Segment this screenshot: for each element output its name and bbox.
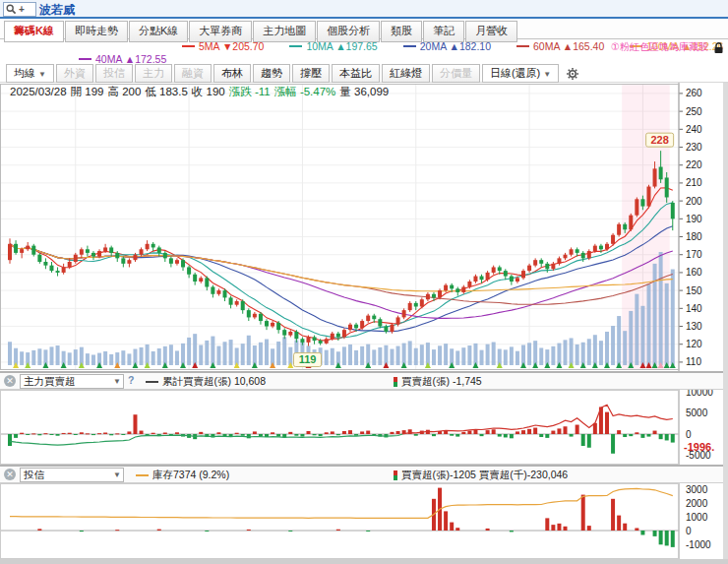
svg-text:240: 240	[686, 124, 702, 135]
ohlc-date: 2025/03/28	[10, 86, 67, 97]
chevron-down-icon: ▼	[38, 70, 46, 79]
svg-text:0: 0	[686, 526, 692, 536]
help-icon[interactable]: ?	[128, 374, 134, 386]
svg-text:210: 210	[686, 177, 702, 188]
toolbar-button-4[interactable]: 主力	[135, 64, 172, 83]
panel3-bar-legend: 買賣超(張)-1205 買賣超(千)-230,046	[394, 469, 568, 482]
close-icon[interactable]: ✕	[4, 375, 16, 387]
stock-name-title: 波若威	[39, 2, 75, 19]
svg-text:3000: 3000	[686, 484, 708, 495]
svg-text:130: 130	[686, 321, 702, 332]
top-header-bar: + 波若威	[0, 0, 728, 19]
ohlc-field: 低 183.5	[145, 86, 187, 97]
panel3-line-legend: 庫存7374 (9.2%)	[136, 469, 229, 482]
ohlc-field: 漲跌 -11	[229, 86, 271, 97]
svg-text:2000: 2000	[686, 498, 708, 509]
bar-swatch	[394, 377, 397, 387]
svg-text:230: 230	[686, 142, 702, 153]
gear-icon[interactable]	[566, 67, 579, 81]
svg-text:0: 0	[686, 429, 692, 440]
chevron-down-icon: ▼	[113, 377, 121, 386]
indicator-toolbar: 均線▼外資投信主力融資布林趨勢撐壓本益比紅綠燈分價量日線(還原)▼	[0, 65, 728, 83]
svg-text:260: 260	[686, 88, 702, 98]
svg-text:220: 220	[686, 159, 702, 170]
main-candlestick-chart[interactable]: 2281192602502402302202102001901801701601…	[0, 83, 728, 371]
treasury-stock-note: ①粉紅色區塊為庫藏股	[611, 40, 708, 54]
chevron-down-icon: ▼	[543, 70, 551, 79]
add-stock-icon[interactable]: +	[19, 4, 25, 15]
svg-text:170: 170	[686, 249, 702, 260]
svg-text:150: 150	[686, 285, 702, 296]
svg-text:250: 250	[686, 106, 702, 117]
toolbar-button-3[interactable]: 投信	[95, 64, 133, 83]
svg-text:140: 140	[686, 303, 702, 314]
panel3-indicator-select[interactable]: 投信▼	[20, 468, 124, 482]
line-swatch	[516, 45, 529, 47]
line-swatch	[182, 45, 195, 47]
svg-text:228: 228	[650, 134, 668, 146]
svg-text:120: 120	[686, 339, 702, 349]
trust-investment-chart[interactable]: 3000200010000-1000	[0, 483, 728, 559]
toolbar-button-7[interactable]: 趨勢	[253, 64, 290, 83]
line-swatch	[403, 45, 416, 47]
bar-swatch	[394, 470, 397, 480]
toolbar-button-6[interactable]: 布林	[213, 64, 251, 83]
ohlc-field: 漲幅 -5.47%	[274, 86, 336, 97]
stock-search-box[interactable]: +	[3, 2, 36, 17]
panel3-header: ✕ 投信▼ 庫存7374 (9.2%) 買賣超(張)-1205 買賣超(千)-2…	[0, 467, 728, 483]
svg-text:119: 119	[299, 353, 317, 365]
line-swatch	[289, 45, 302, 47]
toolbar-button-9[interactable]: 本益比	[332, 64, 380, 83]
svg-text:200: 200	[686, 196, 702, 207]
toolbar-button-10[interactable]: 紅綠燈	[382, 64, 430, 83]
toolbar-button-5[interactable]: 融資	[174, 64, 212, 83]
chevron-down-icon: ▼	[113, 470, 121, 479]
ma-legend-item: 20MA ▲182.10	[403, 40, 491, 52]
ma-legend-item: 5MA ▼205.70	[182, 40, 264, 52]
svg-text:110: 110	[686, 356, 701, 367]
ohlc-field: 量 36,099	[339, 86, 389, 97]
toolbar-button-8[interactable]: 撐壓	[292, 64, 330, 83]
svg-text:-1996.: -1996.	[684, 441, 714, 453]
panel2-indicator-select[interactable]: 主力買賣超▼	[20, 374, 124, 389]
svg-text:1000: 1000	[686, 512, 708, 523]
svg-text:160: 160	[686, 267, 702, 278]
line-swatch	[79, 58, 91, 60]
ohlc-field: 收 190	[192, 86, 225, 97]
svg-text:5000: 5000	[686, 407, 708, 418]
ma-legend-item: 60MA ▲165.40	[516, 40, 604, 52]
main-tab-bar: 籌碼K線即時走勢分點K線大單券商主力地圖個股分析類股筆記月營收	[0, 19, 728, 39]
close-icon[interactable]: ✕	[4, 469, 16, 480]
svg-text:180: 180	[686, 231, 702, 242]
svg-text:-1000: -1000	[686, 539, 711, 550]
search-icon	[6, 4, 17, 15]
panel2-line-legend: 累計買賣超(張) 10,608	[146, 375, 266, 389]
line-swatch	[136, 474, 149, 476]
bottom-edge-strip	[0, 559, 728, 564]
toolbar-button-11[interactable]: 分價量	[432, 64, 480, 83]
app-window: + 波若威 籌碼K線即時走勢分點K線大單券商主力地圖個股分析類股筆記月營收 5M…	[0, 0, 728, 564]
toolbar-button-2[interactable]: 外資	[56, 64, 93, 83]
lock-icon[interactable]	[713, 40, 724, 58]
line-swatch	[146, 381, 158, 383]
ohlc-field: 開 199	[71, 86, 104, 97]
ohlc-field: 高 200	[107, 86, 141, 97]
svg-text:10000: 10000	[686, 390, 713, 398]
panel2-bar-legend: 買賣超(張) -1,745	[394, 375, 482, 389]
svg-text:190: 190	[686, 214, 702, 224]
right-edge-strip	[723, 83, 728, 564]
toolbar-button-12[interactable]: 日線(還原)▼	[482, 64, 559, 83]
main-force-chart[interactable]: 1000050000-5000-1996.	[0, 390, 728, 465]
ma-legend-item: 10MA ▲197.65	[289, 40, 377, 52]
panel2-header: ✕ 主力買賣超▼ ? 累計買賣超(張) 10,608 買賣超(張) -1,745	[0, 373, 728, 390]
ohlc-info-row: 2025/03/28開 199高 200低 183.5收 190漲跌 -11漲幅…	[10, 85, 393, 99]
toolbar-button-1[interactable]: 均線▼	[6, 64, 54, 83]
ma-legend-item: 40MA ▲172.55	[79, 53, 166, 65]
